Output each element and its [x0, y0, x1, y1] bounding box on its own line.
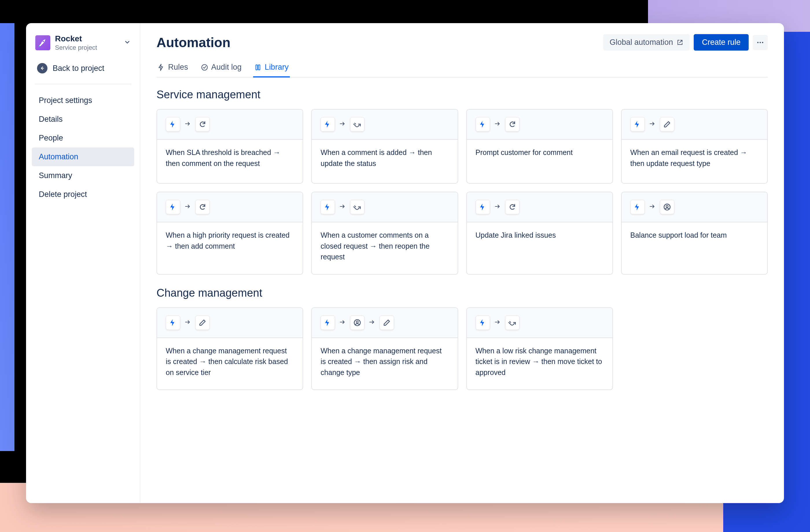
user-icon: [660, 200, 674, 214]
svg-point-10: [356, 321, 358, 323]
svg-rect-6: [258, 65, 260, 70]
card-header: [622, 110, 767, 140]
sidebar: Rocket Service project Back to project P…: [26, 23, 140, 503]
card-description: When a comment is added → then update th…: [321, 147, 449, 169]
automation-card[interactable]: Balance support load for team: [621, 192, 768, 275]
project-name: Rocket: [55, 34, 119, 44]
card-body: When a change management request is crea…: [312, 338, 457, 390]
arrow-right-icon: [494, 203, 501, 211]
edit-icon: [195, 315, 210, 330]
card-description: Update Jira linked issues: [475, 230, 604, 241]
automation-card[interactable]: Prompt customer for comment: [466, 109, 613, 184]
more-horizontal-icon: [756, 38, 764, 47]
card-description: When a low risk change management ticket…: [475, 346, 604, 378]
card-description: When a customer comments on a closed req…: [321, 230, 449, 263]
user-icon: [350, 315, 364, 330]
svg-point-3: [762, 41, 763, 43]
back-label: Back to project: [53, 64, 104, 73]
arrow-right-icon: [339, 319, 346, 327]
card-description: When an email request is created → then …: [630, 147, 759, 169]
arrow-right-icon: [339, 203, 346, 211]
card-header: [467, 192, 612, 222]
automation-card[interactable]: When a high priority request is created …: [157, 192, 303, 275]
automation-card[interactable]: When a change management request is crea…: [311, 307, 458, 390]
svg-point-2: [760, 41, 761, 43]
trigger-icon: [475, 315, 490, 330]
card-description: When SLA threshold is breached → then co…: [166, 147, 294, 169]
card-header: [312, 192, 457, 222]
sidebar-item-summary[interactable]: Summary: [32, 166, 134, 185]
automation-card[interactable]: When SLA threshold is breached → then co…: [157, 109, 303, 184]
tab-library[interactable]: Library: [253, 63, 290, 77]
trigger-icon: [630, 200, 645, 214]
page-title: Automation: [157, 35, 230, 50]
section-title: Service management: [157, 88, 768, 101]
more-actions-button[interactable]: [753, 35, 768, 50]
card-body: Update Jira linked issues: [467, 222, 612, 266]
card-body: When a customer comments on a closed req…: [312, 222, 457, 274]
refresh-icon: [505, 117, 520, 132]
sidebar-item-delete-project[interactable]: Delete project: [32, 185, 134, 204]
trigger-icon: [630, 117, 645, 132]
sidebar-item-people[interactable]: People: [32, 129, 134, 148]
back-to-project[interactable]: Back to project: [32, 59, 134, 82]
card-header: [467, 308, 612, 338]
arrow-right-icon: [649, 203, 656, 211]
arrow-right-icon: [494, 319, 501, 327]
automation-card[interactable]: When a low risk change management ticket…: [466, 307, 613, 390]
svg-point-1: [757, 41, 759, 43]
sidebar-item-automation[interactable]: Automation: [32, 148, 134, 166]
project-switcher[interactable]: Rocket Service project: [32, 32, 134, 54]
card-header: [622, 192, 767, 222]
trigger-icon: [475, 117, 490, 132]
card-description: When a high priority request is created …: [166, 230, 294, 252]
main-content: Automation Global automation Create rule…: [140, 23, 784, 503]
trigger-icon: [166, 200, 180, 214]
card-body: When a high priority request is created …: [157, 222, 303, 266]
arrow-right-icon: [369, 319, 375, 327]
tab-audit-log[interactable]: Audit log: [199, 63, 243, 77]
trigger-icon: [475, 200, 490, 214]
automation-card[interactable]: Update Jira linked issues: [466, 192, 613, 275]
create-rule-button[interactable]: Create rule: [694, 34, 749, 51]
sidebar-divider: [35, 84, 131, 84]
card-grid: When SLA threshold is breached → then co…: [157, 109, 768, 275]
branch-icon: [505, 315, 520, 330]
sidebar-item-project-settings[interactable]: Project settings: [32, 91, 134, 110]
trigger-icon: [166, 315, 180, 330]
refresh-icon: [195, 200, 210, 214]
app-window: Rocket Service project Back to project P…: [26, 23, 784, 503]
card-body: When a comment is added → then update th…: [312, 140, 457, 183]
card-body: When SLA threshold is breached → then co…: [157, 140, 303, 183]
card-body: When a low risk change management ticket…: [467, 338, 612, 390]
card-body: When a change management request is crea…: [157, 338, 303, 390]
card-header: [467, 110, 612, 140]
card-description: Balance support load for team: [630, 230, 759, 241]
automation-card[interactable]: When a change management request is crea…: [157, 307, 303, 390]
refresh-icon: [195, 117, 210, 132]
arrow-right-icon: [184, 120, 191, 128]
chevron-down-icon: [124, 39, 131, 47]
arrow-right-icon: [184, 203, 191, 211]
card-description: When a change management request is crea…: [321, 346, 449, 378]
card-header: [312, 110, 457, 140]
edit-icon: [660, 117, 674, 132]
automation-card[interactable]: When an email request is created → then …: [621, 109, 768, 184]
card-header: [157, 308, 303, 338]
trigger-icon: [321, 200, 335, 214]
rocket-icon: [35, 35, 50, 50]
lightning-icon: [158, 64, 165, 71]
automation-card[interactable]: When a comment is added → then update th…: [311, 109, 458, 184]
card-body: When an email request is created → then …: [622, 140, 767, 183]
checkcircle-icon: [201, 64, 208, 71]
global-automation-button[interactable]: Global automation: [603, 34, 690, 51]
trigger-icon: [166, 117, 180, 132]
trigger-icon: [321, 117, 335, 132]
tab-rules[interactable]: Rules: [157, 63, 189, 77]
global-automation-label: Global automation: [610, 38, 673, 47]
page-header: Automation Global automation Create rule: [157, 34, 768, 51]
automation-card[interactable]: When a customer comments on a closed req…: [311, 192, 458, 275]
sidebar-item-details[interactable]: Details: [32, 110, 134, 129]
card-header: [157, 110, 303, 140]
card-body: Prompt customer for comment: [467, 140, 612, 183]
